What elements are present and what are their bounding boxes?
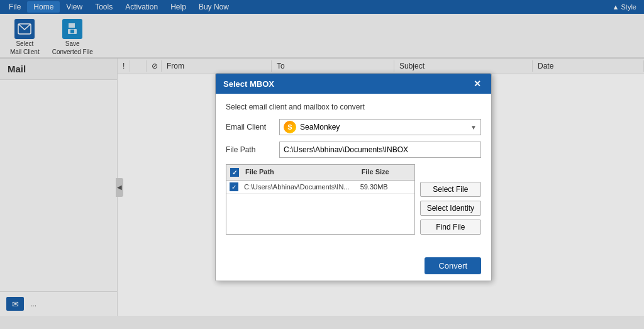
email-client-label: Email Client [226, 123, 279, 131]
row-checkbox-cell [226, 182, 242, 191]
select-identity-button[interactable]: Select Identity [420, 201, 481, 216]
file-table: File Path File Size C:\Users\Abhinav\Doc… [226, 164, 415, 235]
file-table-section: File Path File Size C:\Users\Abhinav\Doc… [226, 164, 481, 235]
dialog-subtitle: Select email client and mailbox to conve… [226, 103, 481, 111]
header-checkbox[interactable] [230, 168, 239, 177]
side-buttons: Select File Select Identity Find File [420, 164, 481, 235]
email-client-row: Email Client S SeaMonkey ▼ [226, 119, 481, 135]
file-path-label: File Path [226, 145, 279, 154]
dialog-close-button[interactable]: ✕ [471, 77, 484, 90]
select-mbox-dialog: Select MBOX ✕ Select email client and ma… [215, 73, 492, 281]
dialog-overlay: Select MBOX ✕ Select email client and ma… [0, 0, 644, 329]
dialog-title-bar: Select MBOX ✕ [216, 74, 491, 94]
file-path-input[interactable] [279, 142, 481, 158]
dialog-body: Select email client and mailbox to conve… [216, 94, 491, 251]
path-col-header: File Path [242, 167, 358, 178]
check-col-header [226, 167, 242, 178]
email-client-select[interactable]: S SeaMonkey ▼ [279, 119, 481, 135]
row-size: 59.30MB [358, 183, 414, 191]
table-row: C:\Users\Abhinav\Documents\IN... 59.30MB [226, 181, 414, 194]
dialog-footer: Convert [216, 251, 491, 281]
email-client-value: SeaMonkey [300, 123, 340, 131]
file-path-row: File Path [226, 142, 481, 158]
row-checkbox[interactable] [230, 182, 238, 191]
find-file-button[interactable]: Find File [420, 220, 481, 235]
seamonkey-icon: S [284, 121, 296, 133]
file-table-header: File Path File Size [226, 165, 414, 181]
select-file-button[interactable]: Select File [420, 182, 481, 197]
select-arrow-icon: ▼ [470, 124, 477, 131]
convert-button[interactable]: Convert [425, 257, 481, 274]
dialog-title: Select MBOX [223, 79, 274, 89]
file-table-body: C:\Users\Abhinav\Documents\IN... 59.30MB [226, 181, 414, 225]
row-path: C:\Users\Abhinav\Documents\IN... [242, 183, 358, 191]
size-col-header: File Size [358, 167, 414, 178]
